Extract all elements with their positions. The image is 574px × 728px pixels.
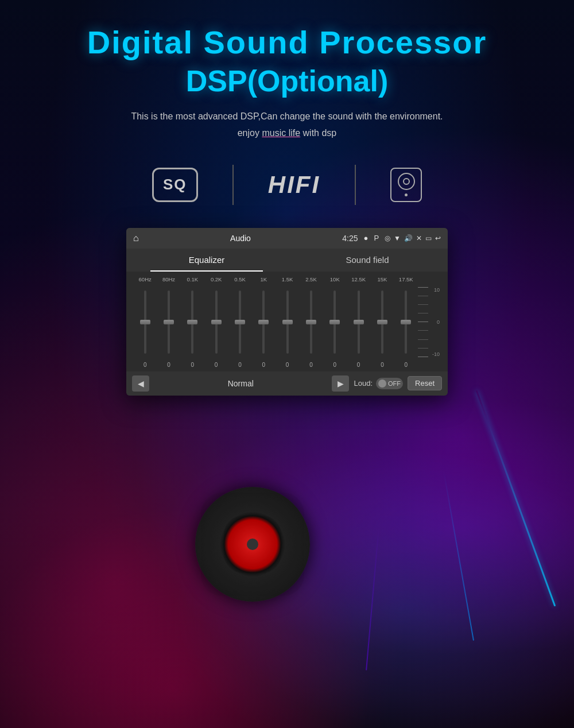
slider-thumb-3[interactable] xyxy=(211,320,222,324)
eq-val-3: 0 xyxy=(204,362,228,368)
loud-toggle[interactable]: OFF xyxy=(376,378,403,389)
eq-val-4: 0 xyxy=(228,362,251,368)
slider-thumb-2[interactable] xyxy=(187,320,197,324)
slider-thumb-7[interactable] xyxy=(306,320,316,324)
freq-labels: 60Hz 80Hz 0.1K 0.2K 0.5K 1K 1.5K 2.5K 10… xyxy=(133,276,441,282)
volume-icon: 🔊 xyxy=(404,234,413,242)
back-icon[interactable]: ↩ xyxy=(435,234,441,242)
slider-thumb-11[interactable] xyxy=(401,320,411,324)
slider-thumb-5[interactable] xyxy=(258,320,269,324)
description-line2-prefix: enjoy xyxy=(238,128,262,138)
tab-sound-field-label: Sound field xyxy=(346,255,389,265)
scale-label-top: 10 xyxy=(434,287,440,293)
status-bar: ⌂ Audio 4:25 ● P ◎ ▼ 🔊 ✕ ▭ ↩ xyxy=(126,228,448,249)
prev-button[interactable]: ◀ xyxy=(132,375,149,392)
scale-label-mid: 0 xyxy=(437,319,440,325)
app-title: Audio xyxy=(145,234,337,243)
x-icon: ✕ xyxy=(416,234,422,242)
slider-thumb-9[interactable] xyxy=(354,320,364,324)
equalizer-area: 60Hz 80Hz 0.1K 0.2K 0.5K 1K 1.5K 2.5K 10… xyxy=(126,272,448,371)
reset-button[interactable]: Reset xyxy=(408,376,442,390)
description-line2-suffix: with dsp xyxy=(300,128,336,138)
description-line1: This is the most advanced DSP,Can change… xyxy=(131,111,443,121)
slider-thumb-6[interactable] xyxy=(282,320,293,324)
slider-track-3 xyxy=(215,291,218,354)
slider-track-4 xyxy=(239,291,241,354)
slider-track-7 xyxy=(310,291,312,354)
scale-line-4 xyxy=(418,330,428,331)
home-icon[interactable]: ⌂ xyxy=(133,233,139,243)
mode-label: Normal xyxy=(154,379,327,388)
description: This is the most advanced DSP,Can change… xyxy=(131,109,443,142)
freq-15k: 1.5K xyxy=(276,276,299,282)
slider-col-11[interactable] xyxy=(394,285,418,359)
slider-track-5 xyxy=(262,291,265,354)
slider-col-6[interactable] xyxy=(276,285,299,359)
slider-track-11 xyxy=(405,291,407,354)
freq-175k: 17.5K xyxy=(394,276,418,282)
prev-icon: ◀ xyxy=(138,379,144,388)
slider-col-1[interactable] xyxy=(157,285,180,359)
freq-10k: 10K xyxy=(323,276,347,282)
icon-divider-2 xyxy=(355,165,356,205)
eq-val-1: 0 xyxy=(157,362,180,368)
speaker-dot xyxy=(405,193,408,196)
vinyl-record xyxy=(195,487,310,602)
status-p: P xyxy=(374,234,379,242)
eq-val-8: 0 xyxy=(323,362,347,368)
slider-col-3[interactable] xyxy=(204,285,228,359)
scale-line-6 xyxy=(418,348,428,348)
eq-values-row: 0 0 0 0 0 0 0 0 0 0 0 0 xyxy=(133,362,441,368)
tab-bar: Equalizer Sound field xyxy=(126,249,448,272)
speaker-inner-ring xyxy=(403,178,410,185)
slider-track-10 xyxy=(381,291,383,354)
tab-sound-field[interactable]: Sound field xyxy=(287,249,448,272)
tab-equalizer[interactable]: Equalizer xyxy=(126,249,287,272)
freq-80hz: 80Hz xyxy=(157,276,180,282)
slider-col-10[interactable] xyxy=(370,285,394,359)
speaker-icon xyxy=(390,168,422,202)
freq-60hz: 60Hz xyxy=(133,276,157,282)
eq-val-11: 0 xyxy=(394,362,418,368)
location-icon: ◎ xyxy=(385,234,390,242)
loud-label: Loud: xyxy=(354,379,373,388)
reset-label: Reset xyxy=(415,379,435,388)
scale-lines xyxy=(418,287,428,357)
slider-thumb-10[interactable] xyxy=(377,320,387,324)
eq-val-6: 0 xyxy=(276,362,299,368)
speaker-outer-ring xyxy=(398,173,415,190)
loud-control: Loud: OFF xyxy=(354,378,403,389)
slider-thumb-4[interactable] xyxy=(235,320,245,324)
slider-col-5[interactable] xyxy=(252,285,276,359)
slider-col-0[interactable] xyxy=(133,285,157,359)
dsp-screen: ⌂ Audio 4:25 ● P ◎ ▼ 🔊 ✕ ▭ ↩ Equalizer S… xyxy=(126,228,448,396)
description-music-life: music life xyxy=(262,128,300,138)
slider-col-2[interactable] xyxy=(181,285,204,359)
slider-col-8[interactable] xyxy=(323,285,347,359)
status-time: 4:25 xyxy=(342,234,358,243)
slider-thumb-0[interactable] xyxy=(140,320,150,324)
freq-15k2: 15K xyxy=(370,276,394,282)
slider-track-1 xyxy=(168,291,170,354)
scale-line-1 xyxy=(418,296,428,296)
scale-line-mid xyxy=(418,322,428,322)
sq-icon: SQ xyxy=(152,168,198,202)
slider-track-9 xyxy=(358,291,360,354)
scale-line-top xyxy=(418,287,428,288)
freq-125k: 12.5K xyxy=(347,276,370,282)
sq-label: SQ xyxy=(163,176,187,193)
page-title: Digital Sound Processor xyxy=(87,23,487,61)
slider-thumb-1[interactable] xyxy=(164,320,174,324)
slider-col-4[interactable] xyxy=(228,285,251,359)
slider-col-7[interactable] xyxy=(299,285,323,359)
slider-track-6 xyxy=(286,291,289,354)
slider-thumb-8[interactable] xyxy=(329,320,340,324)
icon-divider-1 xyxy=(232,165,234,205)
freq-05k: 0.5K xyxy=(228,276,251,282)
next-button[interactable]: ▶ xyxy=(332,375,349,392)
slider-col-9[interactable] xyxy=(347,285,370,359)
wifi-icon: ▼ xyxy=(394,234,401,242)
eq-scale: 10 0 -10 xyxy=(418,285,441,359)
eq-sliders: 10 0 -10 xyxy=(133,285,441,359)
page-subtitle: DSP(Optional) xyxy=(186,64,388,98)
